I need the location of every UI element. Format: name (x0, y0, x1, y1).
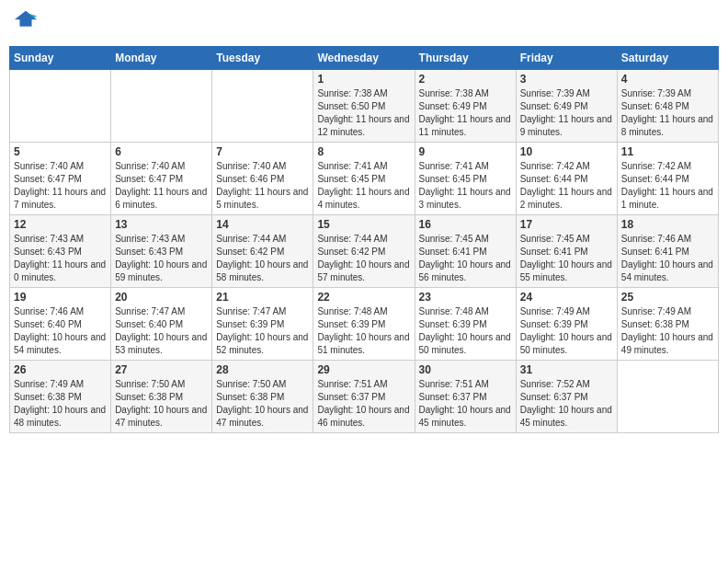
day-number: 13 (115, 218, 208, 231)
day-number: 9 (419, 145, 512, 158)
day-number: 20 (115, 291, 208, 304)
day-info: Sunrise: 7:50 AM Sunset: 6:38 PM Dayligh… (115, 378, 208, 430)
calendar-cell: 6Sunrise: 7:40 AM Sunset: 6:47 PM Daylig… (111, 143, 212, 215)
week-row-1: 1Sunrise: 7:38 AM Sunset: 6:50 PM Daylig… (10, 70, 719, 143)
calendar-cell: 2Sunrise: 7:38 AM Sunset: 6:49 PM Daylig… (415, 70, 516, 143)
day-number: 1 (317, 73, 410, 86)
col-header-tuesday: Tuesday (212, 47, 313, 70)
day-info: Sunrise: 7:51 AM Sunset: 6:37 PM Dayligh… (317, 378, 410, 430)
week-row-4: 19Sunrise: 7:46 AM Sunset: 6:40 PM Dayli… (10, 288, 719, 361)
col-header-monday: Monday (111, 47, 212, 70)
calendar-cell: 23Sunrise: 7:48 AM Sunset: 6:39 PM Dayli… (415, 288, 516, 361)
day-number: 30 (419, 363, 512, 376)
calendar-cell: 15Sunrise: 7:44 AM Sunset: 6:42 PM Dayli… (313, 215, 415, 288)
day-info: Sunrise: 7:43 AM Sunset: 6:43 PM Dayligh… (115, 233, 208, 284)
logo (13, 9, 40, 39)
calendar-cell: 30Sunrise: 7:51 AM Sunset: 6:37 PM Dayli… (415, 361, 516, 433)
day-number: 8 (317, 145, 410, 158)
day-number: 19 (14, 291, 107, 304)
calendar-cell: 21Sunrise: 7:47 AM Sunset: 6:39 PM Dayli… (212, 288, 313, 361)
day-number: 10 (520, 145, 613, 158)
calendar-cell: 5Sunrise: 7:40 AM Sunset: 6:47 PM Daylig… (10, 143, 111, 215)
day-info: Sunrise: 7:42 AM Sunset: 6:44 PM Dayligh… (621, 160, 714, 212)
calendar-cell (10, 70, 111, 143)
col-header-sunday: Sunday (10, 47, 111, 70)
week-row-3: 12Sunrise: 7:43 AM Sunset: 6:43 PM Dayli… (10, 215, 719, 288)
day-number: 14 (216, 218, 309, 231)
day-number: 11 (621, 145, 714, 158)
day-info: Sunrise: 7:49 AM Sunset: 6:38 PM Dayligh… (14, 378, 107, 430)
calendar-cell: 19Sunrise: 7:46 AM Sunset: 6:40 PM Dayli… (10, 288, 111, 361)
calendar-cell (617, 361, 718, 433)
calendar-cell: 26Sunrise: 7:49 AM Sunset: 6:38 PM Dayli… (10, 361, 111, 433)
day-info: Sunrise: 7:44 AM Sunset: 6:42 PM Dayligh… (317, 233, 410, 284)
calendar-cell: 10Sunrise: 7:42 AM Sunset: 6:44 PM Dayli… (516, 143, 617, 215)
day-info: Sunrise: 7:48 AM Sunset: 6:39 PM Dayligh… (419, 305, 512, 357)
day-info: Sunrise: 7:47 AM Sunset: 6:40 PM Dayligh… (115, 305, 208, 357)
calendar-cell: 3Sunrise: 7:39 AM Sunset: 6:49 PM Daylig… (516, 70, 617, 143)
calendar-cell: 18Sunrise: 7:46 AM Sunset: 6:41 PM Dayli… (617, 215, 718, 288)
day-info: Sunrise: 7:52 AM Sunset: 6:37 PM Dayligh… (520, 378, 613, 430)
day-number: 23 (419, 291, 512, 304)
day-info: Sunrise: 7:49 AM Sunset: 6:38 PM Dayligh… (621, 305, 714, 357)
day-number: 21 (216, 291, 309, 304)
day-info: Sunrise: 7:39 AM Sunset: 6:48 PM Dayligh… (621, 87, 714, 139)
day-number: 16 (419, 218, 512, 231)
calendar-cell (212, 70, 313, 143)
week-row-2: 5Sunrise: 7:40 AM Sunset: 6:47 PM Daylig… (10, 143, 719, 215)
day-info: Sunrise: 7:47 AM Sunset: 6:39 PM Dayligh… (216, 305, 309, 357)
calendar-cell (111, 70, 212, 143)
page-header (9, 9, 719, 39)
week-row-5: 26Sunrise: 7:49 AM Sunset: 6:38 PM Dayli… (10, 361, 719, 433)
calendar-cell: 4Sunrise: 7:39 AM Sunset: 6:48 PM Daylig… (617, 70, 718, 143)
day-number: 29 (317, 363, 410, 376)
day-info: Sunrise: 7:38 AM Sunset: 6:49 PM Dayligh… (419, 87, 512, 139)
day-number: 22 (317, 291, 410, 304)
calendar-cell: 14Sunrise: 7:44 AM Sunset: 6:42 PM Dayli… (212, 215, 313, 288)
col-header-saturday: Saturday (617, 47, 718, 70)
col-header-thursday: Thursday (415, 47, 516, 70)
calendar-cell: 27Sunrise: 7:50 AM Sunset: 6:38 PM Dayli… (111, 361, 212, 433)
calendar-cell: 1Sunrise: 7:38 AM Sunset: 6:50 PM Daylig… (313, 70, 415, 143)
day-number: 18 (621, 218, 714, 231)
day-info: Sunrise: 7:46 AM Sunset: 6:40 PM Dayligh… (14, 305, 107, 357)
day-info: Sunrise: 7:40 AM Sunset: 6:47 PM Dayligh… (14, 160, 107, 212)
calendar-cell: 24Sunrise: 7:49 AM Sunset: 6:39 PM Dayli… (516, 288, 617, 361)
day-number: 12 (14, 218, 107, 231)
day-info: Sunrise: 7:46 AM Sunset: 6:41 PM Dayligh… (621, 233, 714, 284)
day-number: 17 (520, 218, 613, 231)
day-info: Sunrise: 7:51 AM Sunset: 6:37 PM Dayligh… (419, 378, 512, 430)
calendar-cell: 16Sunrise: 7:45 AM Sunset: 6:41 PM Dayli… (415, 215, 516, 288)
calendar-cell: 12Sunrise: 7:43 AM Sunset: 6:43 PM Dayli… (10, 215, 111, 288)
day-number: 2 (419, 73, 512, 86)
calendar-cell: 7Sunrise: 7:40 AM Sunset: 6:46 PM Daylig… (212, 143, 313, 215)
calendar-table: SundayMondayTuesdayWednesdayThursdayFrid… (9, 46, 719, 433)
calendar-cell: 25Sunrise: 7:49 AM Sunset: 6:38 PM Dayli… (617, 288, 718, 361)
day-info: Sunrise: 7:50 AM Sunset: 6:38 PM Dayligh… (216, 378, 309, 430)
day-number: 24 (520, 291, 613, 304)
day-number: 26 (14, 363, 107, 376)
calendar-cell: 20Sunrise: 7:47 AM Sunset: 6:40 PM Dayli… (111, 288, 212, 361)
day-number: 28 (216, 363, 309, 376)
day-info: Sunrise: 7:40 AM Sunset: 6:46 PM Dayligh… (216, 160, 309, 212)
day-number: 4 (621, 73, 714, 86)
day-info: Sunrise: 7:40 AM Sunset: 6:47 PM Dayligh… (115, 160, 208, 212)
calendar-cell: 29Sunrise: 7:51 AM Sunset: 6:37 PM Dayli… (313, 361, 415, 433)
day-info: Sunrise: 7:45 AM Sunset: 6:41 PM Dayligh… (520, 233, 613, 284)
calendar-cell: 31Sunrise: 7:52 AM Sunset: 6:37 PM Dayli… (516, 361, 617, 433)
col-header-wednesday: Wednesday (313, 47, 415, 70)
calendar-cell: 11Sunrise: 7:42 AM Sunset: 6:44 PM Dayli… (617, 143, 718, 215)
calendar-cell: 22Sunrise: 7:48 AM Sunset: 6:39 PM Dayli… (313, 288, 415, 361)
calendar-cell: 9Sunrise: 7:41 AM Sunset: 6:45 PM Daylig… (415, 143, 516, 215)
day-number: 3 (520, 73, 613, 86)
day-info: Sunrise: 7:41 AM Sunset: 6:45 PM Dayligh… (419, 160, 512, 212)
col-header-friday: Friday (516, 47, 617, 70)
day-info: Sunrise: 7:41 AM Sunset: 6:45 PM Dayligh… (317, 160, 410, 212)
day-info: Sunrise: 7:42 AM Sunset: 6:44 PM Dayligh… (520, 160, 613, 212)
logo-icon (13, 9, 39, 35)
day-number: 5 (14, 145, 107, 158)
calendar-cell: 13Sunrise: 7:43 AM Sunset: 6:43 PM Dayli… (111, 215, 212, 288)
day-number: 7 (216, 145, 309, 158)
day-number: 31 (520, 363, 613, 376)
svg-marker-0 (15, 11, 37, 27)
